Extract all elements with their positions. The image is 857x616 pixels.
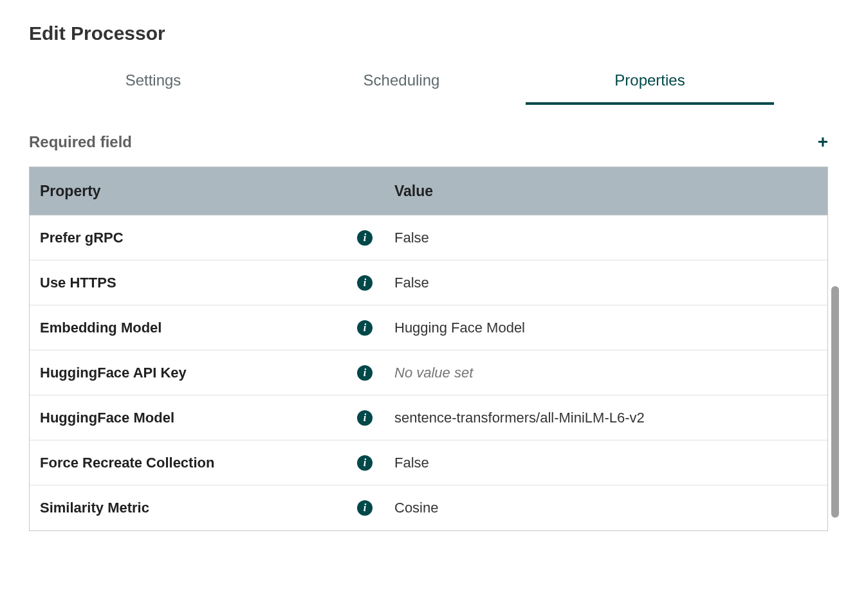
property-name: Force Recreate Collection <box>40 455 214 471</box>
info-icon[interactable]: i <box>357 275 373 291</box>
table-row[interactable]: Force Recreate CollectioniFalse <box>30 440 827 485</box>
edit-processor-panel: Edit Processor Settings Scheduling Prope… <box>0 0 857 531</box>
info-icon[interactable]: i <box>357 365 373 381</box>
table-row[interactable]: Use HTTPSiFalse <box>30 260 827 305</box>
value-cell[interactable]: Hugging Face Model <box>382 320 827 336</box>
column-header-property: Property <box>30 183 382 200</box>
value-cell[interactable]: Cosine <box>382 500 827 516</box>
value-cell[interactable]: sentence-transformers/all-MiniLM-L6-v2 <box>382 410 827 426</box>
property-cell: Embedding Modeli <box>30 320 382 336</box>
property-name: HuggingFace API Key <box>40 365 187 381</box>
property-cell: Similarity Metrici <box>30 500 382 516</box>
tab-scheduling[interactable]: Scheduling <box>277 62 526 104</box>
info-icon[interactable]: i <box>357 455 373 471</box>
plus-icon: + <box>818 132 828 152</box>
table-body: Prefer gRPCiFalseUse HTTPSiFalseEmbeddin… <box>30 215 827 530</box>
table-row[interactable]: HuggingFace Modelisentence-transformers/… <box>30 395 827 440</box>
value-cell[interactable]: False <box>382 230 827 246</box>
value-cell[interactable]: False <box>382 275 827 291</box>
property-cell: HuggingFace Modeli <box>30 410 382 426</box>
value-cell[interactable]: False <box>382 455 827 471</box>
property-name: Use HTTPS <box>40 275 116 291</box>
column-header-value: Value <box>382 183 827 200</box>
scrollbar-thumb[interactable] <box>831 286 839 518</box>
property-name: HuggingFace Model <box>40 410 174 426</box>
property-name: Embedding Model <box>40 320 161 336</box>
property-cell: Use HTTPSi <box>30 275 382 291</box>
section-label: Required field <box>29 133 132 151</box>
page-title: Edit Processor <box>29 23 828 44</box>
table-row[interactable]: HuggingFace API KeyiNo value set <box>30 350 827 395</box>
tab-settings[interactable]: Settings <box>29 62 277 104</box>
table-row[interactable]: Prefer gRPCiFalse <box>30 215 827 260</box>
property-cell: HuggingFace API Keyi <box>30 365 382 381</box>
tab-properties[interactable]: Properties <box>526 62 774 104</box>
add-property-button[interactable]: + <box>818 131 828 154</box>
table-row[interactable]: Similarity MetriciCosine <box>30 485 827 530</box>
tab-bar: Settings Scheduling Properties <box>29 62 828 104</box>
info-icon[interactable]: i <box>357 500 373 516</box>
table-row[interactable]: Embedding ModeliHugging Face Model <box>30 305 827 350</box>
property-name: Prefer gRPC <box>40 230 124 246</box>
properties-table: Property Value Prefer gRPCiFalseUse HTTP… <box>29 167 828 531</box>
info-icon[interactable]: i <box>357 230 373 246</box>
section-header: Required field + <box>29 131 828 154</box>
info-icon[interactable]: i <box>357 410 373 426</box>
property-cell: Prefer gRPCi <box>30 230 382 246</box>
scrollbar[interactable] <box>831 215 839 530</box>
property-name: Similarity Metric <box>40 500 149 516</box>
property-cell: Force Recreate Collectioni <box>30 455 382 471</box>
table-header: Property Value <box>30 167 827 215</box>
info-icon[interactable]: i <box>357 320 373 336</box>
value-cell[interactable]: No value set <box>382 365 827 381</box>
